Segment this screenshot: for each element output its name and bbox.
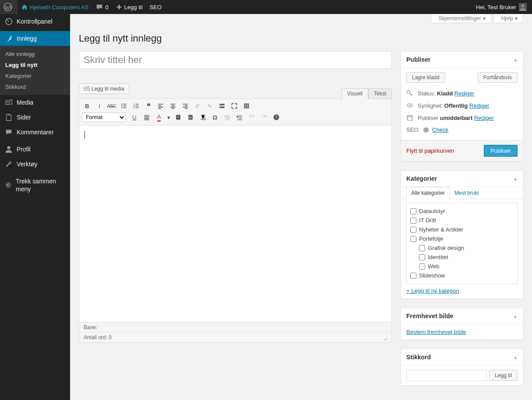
- category-checkbox[interactable]: [410, 236, 416, 242]
- trash-link[interactable]: Flytt til papirkurven: [406, 147, 454, 154]
- preview-button[interactable]: Forhåndsvis: [478, 72, 518, 83]
- edit-visibility-link[interactable]: Rediger: [469, 102, 490, 109]
- set-featured-image-link[interactable]: Bestem fremhevet bilde: [406, 329, 466, 335]
- category-item[interactable]: Nyheter & Artikler: [410, 225, 514, 234]
- comments-link[interactable]: 0: [92, 0, 112, 14]
- category-checkbox[interactable]: [410, 208, 416, 214]
- new-content-link[interactable]: Legg til: [112, 0, 146, 14]
- kitchensink-button[interactable]: [241, 101, 252, 111]
- tab-all-categories[interactable]: Alle kategorier: [406, 187, 450, 199]
- avatar-icon: [519, 3, 527, 11]
- save-draft-button[interactable]: Lagre kladd: [406, 72, 445, 83]
- category-item[interactable]: IT Drift: [410, 216, 514, 225]
- category-checkbox[interactable]: [410, 273, 416, 279]
- svg-point-2: [521, 4, 524, 7]
- edit-status-link[interactable]: Rediger: [454, 90, 475, 97]
- menu-label: Kommentarer: [17, 129, 54, 136]
- align-right-button[interactable]: [180, 101, 190, 111]
- indent-button[interactable]: [234, 112, 245, 123]
- link-button[interactable]: [192, 101, 203, 111]
- bold-button[interactable]: B: [82, 101, 92, 111]
- menu-label: Media: [17, 99, 33, 106]
- tab-text[interactable]: Tekst: [368, 88, 392, 99]
- redo-button[interactable]: [259, 112, 269, 123]
- category-item[interactable]: Datautstyr: [410, 207, 514, 216]
- screen-options-button[interactable]: Skjerminnstillinger ▾: [431, 14, 491, 23]
- label: Hjelp: [501, 15, 513, 21]
- editor-content[interactable]: [79, 126, 392, 323]
- italic-button[interactable]: I: [94, 101, 105, 111]
- add-tag-button[interactable]: Legg til: [489, 370, 518, 381]
- category-checkbox[interactable]: [419, 254, 425, 260]
- publish-box-header[interactable]: Publiser▲: [401, 52, 523, 68]
- menu-posts[interactable]: Innlegg: [0, 31, 70, 46]
- numbered-list-button[interactable]: 123: [131, 101, 141, 111]
- menu-comments[interactable]: Kommentarer: [0, 125, 70, 140]
- my-account[interactable]: Hei, Test Bruker: [472, 0, 532, 14]
- align-center-button[interactable]: [168, 101, 178, 111]
- undo-button[interactable]: [247, 112, 257, 123]
- tab-most-used[interactable]: Mest brukt: [450, 187, 484, 199]
- submenu-add-post[interactable]: Legg til nytt: [0, 60, 70, 70]
- insert-more-button[interactable]: [217, 101, 227, 111]
- svg-rect-32: [407, 116, 412, 120]
- paste-text-button[interactable]: T: [173, 112, 183, 123]
- align-left-button[interactable]: [155, 101, 166, 111]
- category-item[interactable]: Portefolje: [410, 234, 514, 243]
- paste-word-button[interactable]: W: [185, 112, 196, 123]
- fullscreen-button[interactable]: [229, 101, 240, 111]
- featured-image-header[interactable]: Fremhevet bilde▲: [401, 308, 523, 324]
- categories-box-header[interactable]: Kategorier▲: [401, 171, 523, 187]
- textcolor-dropdown[interactable]: ▾: [166, 112, 171, 123]
- menu-collapse[interactable]: Trekk sammen meny: [0, 174, 70, 196]
- seo-link[interactable]: SEO: [146, 0, 165, 14]
- category-list[interactable]: Datautstyr IT Drift Nyheter & Artikler P…: [406, 203, 518, 284]
- category-item[interactable]: Identitet: [410, 253, 514, 262]
- svg-point-4: [7, 102, 9, 103]
- charmap-button[interactable]: Ω: [210, 112, 220, 123]
- tag-input[interactable]: [406, 370, 486, 381]
- tab-visual[interactable]: Visuell: [342, 88, 368, 99]
- menu-dashboard[interactable]: Kontrollpanel: [0, 14, 70, 29]
- submenu-tags[interactable]: Stikkord: [0, 81, 70, 92]
- seo-label: SEO: [150, 4, 162, 11]
- seo-check-link[interactable]: Check: [432, 126, 448, 133]
- category-checkbox[interactable]: [419, 245, 425, 251]
- category-checkbox[interactable]: [419, 263, 425, 270]
- publish-button[interactable]: Publiser: [484, 145, 518, 157]
- submenu-all-posts[interactable]: Alle innlegg: [0, 49, 70, 60]
- post-title-input[interactable]: [79, 51, 392, 69]
- site-link[interactable]: Hjelseth Computers AS: [18, 0, 92, 14]
- add-category-link[interactable]: + Legg til ny kategori: [406, 288, 459, 294]
- underline-button[interactable]: U: [129, 112, 140, 123]
- menu-pages[interactable]: Sider: [0, 110, 70, 125]
- publish-box: Publiser▲ Lagre kladd Forhåndsvis Status…: [401, 51, 523, 161]
- add-media-button[interactable]: Legg til media: [79, 84, 129, 94]
- resize-handle-icon[interactable]: [381, 334, 387, 340]
- category-checkbox[interactable]: [410, 227, 416, 233]
- wp-logo[interactable]: [0, 0, 18, 14]
- unlink-button[interactable]: [204, 101, 215, 111]
- tags-box-header[interactable]: Stikkord▲: [401, 349, 523, 365]
- help-button[interactable]: Hjelp ▾: [494, 14, 523, 23]
- format-select[interactable]: Format: [82, 112, 126, 122]
- bullet-list-button[interactable]: [119, 101, 129, 111]
- justify-button[interactable]: [141, 112, 152, 123]
- category-checkbox[interactable]: [410, 218, 416, 224]
- greeting-label: Hei, Test Bruker: [476, 4, 516, 11]
- strikethrough-button[interactable]: ABC: [106, 101, 117, 111]
- submenu-categories[interactable]: Kategorier: [0, 70, 70, 81]
- menu-tools[interactable]: Verktøy: [0, 157, 70, 172]
- posts-submenu: Alle innlegg Legg til nytt Kategorier St…: [0, 46, 70, 95]
- edit-schedule-link[interactable]: Rediger: [474, 115, 494, 121]
- outdent-button[interactable]: [222, 112, 233, 123]
- menu-media[interactable]: Media: [0, 95, 70, 110]
- category-item[interactable]: Slideshow: [410, 271, 514, 280]
- blockquote-button[interactable]: ❝: [143, 101, 154, 111]
- category-item[interactable]: Web: [410, 262, 514, 271]
- remove-format-button[interactable]: [197, 112, 208, 123]
- category-item[interactable]: Grafisk design: [410, 243, 514, 253]
- menu-profile[interactable]: Profil: [0, 142, 70, 157]
- textcolor-button[interactable]: A: [154, 112, 164, 123]
- help-button[interactable]: ?: [271, 112, 282, 123]
